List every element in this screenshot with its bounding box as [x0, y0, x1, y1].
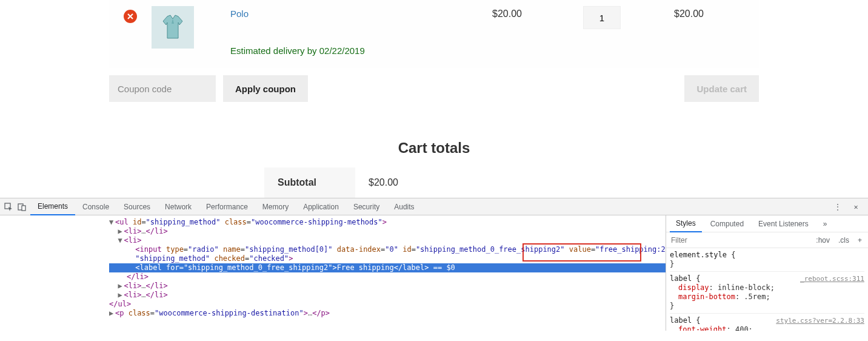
cart-actions: Apply coupon Update cart: [109, 75, 759, 102]
devtools-close-icon[interactable]: ✕: [851, 202, 861, 212]
coupon-input[interactable]: [109, 75, 216, 102]
tab-console[interactable]: Console: [75, 198, 116, 215]
inspect-icon[interactable]: [4, 202, 13, 212]
tab-memory[interactable]: Memory: [255, 198, 296, 215]
styles-filter-input[interactable]: [666, 236, 812, 245]
hov-toggle[interactable]: :hov: [812, 235, 833, 246]
rule-source[interactable]: _reboot.scss:311: [800, 274, 864, 283]
apply-coupon-button[interactable]: Apply coupon: [223, 75, 308, 102]
css-rules[interactable]: element.style { } _reboot.scss:311 label…: [666, 248, 868, 331]
tab-elements[interactable]: Elements: [30, 198, 75, 215]
delivery-estimate: Estimated delivery by 02/22/2019: [230, 46, 492, 56]
tab-performance[interactable]: Performance: [199, 198, 255, 215]
devtools-panel: Elements Console Sources Network Perform…: [0, 198, 868, 331]
polo-shirt-icon: [158, 13, 187, 42]
cls-toggle[interactable]: .cls: [835, 235, 853, 246]
computed-tab[interactable]: Computed: [704, 215, 750, 232]
more-tabs-icon[interactable]: »: [817, 215, 833, 232]
tab-security[interactable]: Security: [346, 198, 387, 215]
product-thumbnail[interactable]: [152, 6, 194, 49]
quantity-input[interactable]: [583, 6, 621, 29]
tab-sources[interactable]: Sources: [116, 198, 158, 215]
cart-item-row: Polo Estimated delivery by 02/22/2019 $2…: [109, 0, 759, 68]
add-rule-button[interactable]: +: [854, 235, 866, 246]
rule-source[interactable]: style.css?ver=2.2.8:33: [776, 316, 864, 325]
update-cart-button: Update cart: [684, 75, 759, 102]
remove-item-button[interactable]: [124, 10, 137, 23]
devtools-tabs: Elements Console Sources Network Perform…: [0, 198, 868, 215]
svg-rect-2: [22, 206, 25, 211]
subtotal-row: Subtotal $20.00: [264, 167, 604, 198]
styles-panel: Styles Computed Event Listeners » :hov .…: [666, 215, 868, 331]
item-price: $20.00: [492, 6, 583, 19]
cart-totals-heading: Cart totals: [0, 140, 868, 157]
subtotal-label: Subtotal: [264, 167, 355, 198]
cart-totals-table: Subtotal $20.00: [264, 167, 604, 198]
subtotal-value: $20.00: [355, 167, 604, 198]
event-listeners-tab[interactable]: Event Listeners: [752, 215, 815, 232]
selected-dom-node: <label for="shipping_method_0_free_shipp…: [109, 263, 666, 272]
device-icon[interactable]: [17, 202, 27, 212]
product-link[interactable]: Polo: [230, 8, 249, 19]
item-total: $20.00: [674, 6, 759, 19]
tab-network[interactable]: Network: [158, 198, 199, 215]
tab-application[interactable]: Application: [296, 198, 346, 215]
close-icon: [127, 13, 133, 19]
styles-tab[interactable]: Styles: [670, 215, 702, 232]
dom-tree[interactable]: ▼<ul id="shipping_method" class="woocomm…: [0, 215, 666, 331]
kebab-icon[interactable]: ⋮: [833, 202, 843, 212]
tab-audits[interactable]: Audits: [387, 198, 421, 215]
